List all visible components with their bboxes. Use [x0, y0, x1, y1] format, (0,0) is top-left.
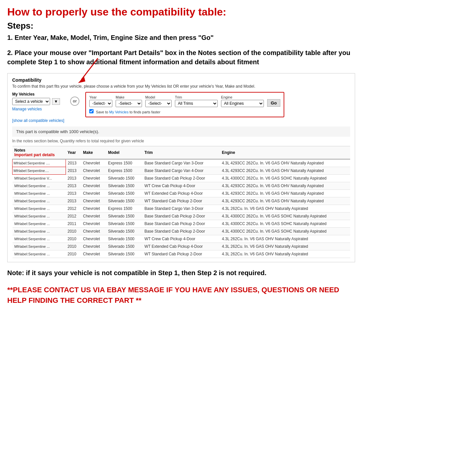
- notes-cell: Mfrlabel:Serpentine ....: [13, 159, 66, 167]
- notes-cell: Mfrlabel:Serpentine V...: [13, 175, 66, 182]
- compat-title: Compatibility: [12, 77, 350, 83]
- trim-select[interactable]: All Trims: [175, 100, 218, 107]
- engine-field: Engine All Engines: [221, 95, 264, 107]
- table-row: Mfrlabel:Serpentine ...2013ChevroletSilv…: [13, 197, 350, 205]
- make-cell: Chevrolet: [81, 235, 106, 243]
- engine-cell: 4.3L 4300CC 262Cu. In. V6 GAS SOHC Natur…: [220, 220, 350, 228]
- model-cell: Silverado 1500: [106, 182, 142, 190]
- make-cell: Chevrolet: [81, 167, 106, 175]
- col-make: Make: [81, 146, 106, 159]
- year-cell: 2011: [66, 220, 81, 228]
- svg-marker-1: [78, 76, 85, 83]
- ymm-row: Year -Select- Make -Select- Model: [89, 95, 280, 107]
- col-notes-label: Notes: [14, 148, 25, 153]
- engine-label: Engine: [221, 95, 264, 99]
- show-all-link[interactable]: [show all compatible vehicles]: [12, 118, 64, 123]
- trim-cell: WT Extended Cab Pickup 4-Door: [142, 190, 220, 197]
- save-row: Save to My Vehicles to finds parts faste…: [89, 109, 280, 114]
- save-suffix: to finds parts faster: [129, 110, 160, 114]
- notes-cell: Mfrlabel:Serpentine ...: [13, 182, 66, 190]
- model-cell: Silverado 1500: [106, 175, 142, 182]
- year-cell: 2010: [66, 250, 81, 258]
- save-my-vehicles-link[interactable]: My Vehicles: [109, 110, 129, 114]
- go-button[interactable]: Go: [267, 99, 280, 107]
- make-cell: Chevrolet: [81, 243, 106, 250]
- table-row: Mfrlabel:Serpentine ...2013ChevroletSilv…: [13, 190, 350, 197]
- compat-controls-row: My Vehicles Select a vehicle ▼ Manage ve…: [12, 92, 350, 123]
- step1-text: 1. Enter Year, Make, Model, Trim, Engine…: [7, 33, 355, 42]
- engine-select[interactable]: All Engines: [221, 100, 264, 107]
- trim-cell: Base Standard Cab Pickup 2-Door: [142, 228, 220, 235]
- save-label: Save to: [96, 110, 108, 114]
- trim-cell: WT Crew Cab Pickup 4-Door: [142, 235, 220, 243]
- model-cell: Express 1500: [106, 167, 142, 175]
- model-cell: Express 1500: [106, 205, 142, 213]
- table-row: Mfrlabel:Serpentine ...2010ChevroletSilv…: [13, 228, 350, 235]
- model-cell: Silverado 1500: [106, 235, 142, 243]
- trim-cell: Base Standard Cab Pickup 2-Door: [142, 220, 220, 228]
- trim-cell: Base Standard Cargo Van 4-Door: [142, 167, 220, 175]
- notes-cell: Mfrlabel:Serpentine ...: [13, 197, 66, 205]
- make-cell: Chevrolet: [81, 175, 106, 182]
- table-row: Mfrlabel:Serpentine ...2010ChevroletSilv…: [13, 250, 350, 258]
- notes-cell: Mfrlabel:Serpentine ...: [13, 228, 66, 235]
- make-cell: Chevrolet: [81, 190, 106, 197]
- year-cell: 2010: [66, 228, 81, 235]
- table-row: Mfrlabel:Serpentine ...2012ChevroletSilv…: [13, 213, 350, 220]
- col-year: Year: [66, 146, 81, 159]
- compat-subtitle: To confirm that this part fits your vehi…: [12, 84, 350, 89]
- select-vehicle-dropdown[interactable]: Select a vehicle: [12, 98, 50, 105]
- engine-cell: 4.3L 4293CC 262Cu. In. V6 GAS OHV Natura…: [220, 190, 350, 197]
- model-cell: Silverado 1500: [106, 213, 142, 220]
- col-engine: Engine: [220, 146, 350, 159]
- model-select[interactable]: -Select-: [145, 100, 172, 107]
- my-vehicles-label: My Vehicles: [12, 92, 64, 97]
- year-cell: 2013: [66, 175, 81, 182]
- engine-cell: 4.3L 4300CC 262Cu. In. V6 GAS SOHC Natur…: [220, 175, 350, 182]
- trim-field: Trim All Trims: [175, 95, 218, 107]
- table-body: Mfrlabel:Serpentine ....2013ChevroletExp…: [13, 159, 350, 258]
- save-checkbox[interactable]: [89, 109, 94, 113]
- diagram-wrapper: Compatibility To confirm that this part …: [7, 73, 355, 262]
- make-label: Make: [116, 95, 142, 99]
- trim-cell: WT Standard Cab Pickup 2-Door: [142, 197, 220, 205]
- svg-line-0: [81, 58, 98, 80]
- compatibility-section: Compatibility To confirm that this part …: [7, 73, 355, 262]
- year-cell: 2013: [66, 182, 81, 190]
- engine-cell: 4.3L 262Cu. In. V6 GAS OHV Naturally Asp…: [220, 250, 350, 258]
- make-cell: Chevrolet: [81, 220, 106, 228]
- or-label: or: [70, 97, 79, 106]
- model-cell: Express 1500: [106, 159, 142, 167]
- engine-cell: 4.3L 262Cu. In. V6 GAS OHV Naturally Asp…: [220, 243, 350, 250]
- manage-vehicles-link[interactable]: Manage vehicles: [12, 107, 64, 111]
- year-cell: 2013: [66, 159, 81, 167]
- year-cell: 2013: [66, 190, 81, 197]
- arrow-annotation: [71, 55, 101, 85]
- vehicle-dropdown-arrow[interactable]: ▼: [52, 98, 60, 105]
- engine-cell: 4.3L 4300CC 262Cu. In. V6 GAS SOHC Natur…: [220, 228, 350, 235]
- table-row: Mfrlabel:Serpentine....2013ChevroletExpr…: [13, 167, 350, 175]
- year-select[interactable]: -Select-: [89, 100, 112, 107]
- model-cell: Silverado 1500: [106, 243, 142, 250]
- vehicle-select-row: Select a vehicle ▼: [12, 98, 64, 105]
- step2-text: 2. Place your mouse over "Important Part…: [7, 48, 355, 67]
- engine-cell: 4.3L 262Cu. In. V6 GAS OHV Naturally Asp…: [220, 235, 350, 243]
- engine-cell: 4.3L 262Cu. In. V6 GAS OHV Naturally Asp…: [220, 205, 350, 213]
- model-field: Model -Select-: [145, 95, 172, 107]
- make-field: Make -Select-: [116, 95, 142, 107]
- compatible-notice: This part is compatible with 1000 vehicl…: [12, 127, 350, 137]
- make-select[interactable]: -Select-: [116, 100, 142, 107]
- table-row: Mfrlabel:Serpentine ...2011ChevroletSilv…: [13, 220, 350, 228]
- note-text: Note: if it says your vehicle is not com…: [7, 268, 355, 277]
- table-row: Mfrlabel:Serpentine V...2013ChevroletSil…: [13, 175, 350, 182]
- engine-cell: 4.3L 4293CC 262Cu. In. V6 GAS OHV Natura…: [220, 159, 350, 167]
- trim-cell: WT Crew Cab Pickup 4-Door: [142, 182, 220, 190]
- col-notes: Notes Important part details: [13, 146, 66, 159]
- engine-cell: 4.3L 4293CC 262Cu. In. V6 GAS OHV Natura…: [220, 182, 350, 190]
- make-cell: Chevrolet: [81, 182, 106, 190]
- main-title: How to properly use the compatibility ta…: [7, 6, 355, 18]
- engine-cell: 4.3L 4293CC 262Cu. In. V6 GAS OHV Natura…: [220, 167, 350, 175]
- notes-cell: Mfrlabel:Serpentine ...: [13, 205, 66, 213]
- col-notes-sub: Important part details: [14, 153, 55, 157]
- make-cell: Chevrolet: [81, 228, 106, 235]
